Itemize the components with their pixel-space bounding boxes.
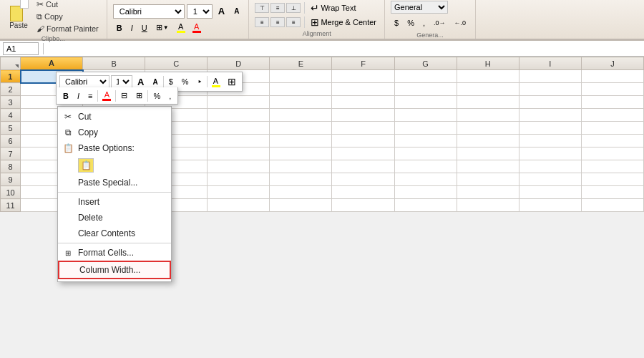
mini-italic-btn[interactable]: I bbox=[74, 90, 83, 102]
grow-font-button[interactable]: A bbox=[215, 4, 228, 19]
cell-8-5[interactable] bbox=[332, 160, 394, 173]
cell-6-7[interactable] bbox=[457, 135, 519, 147]
cell-4-9[interactable] bbox=[581, 109, 643, 122]
cell-2-6[interactable] bbox=[394, 83, 457, 96]
cell-10-7[interactable] bbox=[457, 186, 519, 199]
align-right-button[interactable]: ≡ bbox=[286, 17, 301, 27]
number-format-select[interactable]: General bbox=[391, 1, 448, 14]
cell-10-9[interactable] bbox=[581, 186, 643, 199]
col-header-g[interactable]: G bbox=[394, 57, 457, 70]
cell-8-8[interactable] bbox=[519, 160, 581, 173]
ctx-paste-btn-1[interactable]: 📋 bbox=[78, 158, 94, 173]
row-header-5[interactable]: 5 bbox=[1, 122, 21, 135]
cell-9-3[interactable] bbox=[208, 173, 270, 186]
bold-button[interactable]: B bbox=[113, 21, 126, 35]
formula-input[interactable] bbox=[48, 44, 641, 53]
cell-9-4[interactable] bbox=[270, 173, 332, 186]
col-header-j[interactable]: J bbox=[581, 57, 643, 70]
col-header-d[interactable]: D bbox=[208, 57, 270, 70]
cell-10-6[interactable] bbox=[394, 186, 457, 199]
cell-6-4[interactable] bbox=[270, 135, 332, 147]
col-header-i[interactable]: I bbox=[519, 57, 581, 70]
cell-5-8[interactable] bbox=[519, 122, 581, 135]
corner-select-all[interactable] bbox=[1, 57, 21, 70]
cell-9-8[interactable] bbox=[519, 173, 581, 186]
ctx-cut[interactable]: ✂ Cut bbox=[58, 109, 171, 125]
font-size-select[interactable]: 11 bbox=[187, 4, 213, 19]
row-header-10[interactable]: 10 bbox=[1, 186, 21, 199]
cell-5-3[interactable] bbox=[208, 122, 270, 135]
mini-percent-btn[interactable]: % bbox=[178, 75, 192, 88]
cell-3-3[interactable] bbox=[208, 96, 270, 109]
cell-8-6[interactable] bbox=[394, 160, 457, 173]
format-painter-button[interactable]: 🖌 Format Painter bbox=[34, 24, 101, 34]
cell-9-7[interactable] bbox=[457, 173, 519, 186]
align-center-button[interactable]: ≡ bbox=[270, 17, 285, 27]
font-color-btn[interactable]: A bbox=[190, 21, 204, 34]
cell-11-4[interactable] bbox=[270, 199, 332, 212]
cell-11-3[interactable] bbox=[208, 199, 270, 212]
cell-1-7[interactable] bbox=[457, 70, 519, 83]
cell-4-8[interactable] bbox=[519, 109, 581, 122]
decrease-decimal-btn[interactable]: ←.0 bbox=[451, 16, 470, 30]
col-header-b[interactable]: B bbox=[83, 57, 145, 70]
wrap-text-btn[interactable]: ↵ Wrap Text bbox=[308, 1, 358, 14]
cell-6-3[interactable] bbox=[208, 135, 270, 147]
align-top-button[interactable]: ⊤ bbox=[255, 3, 269, 13]
merge-center-btn[interactable]: ⊞ Merge & Center bbox=[308, 16, 379, 29]
cell-1-4[interactable] bbox=[270, 70, 332, 83]
cell-4-4[interactable] bbox=[270, 109, 332, 122]
cell-1-8[interactable] bbox=[519, 70, 581, 83]
cell-2-9[interactable] bbox=[581, 83, 643, 96]
row-header-2[interactable]: 2 bbox=[1, 83, 21, 96]
cell-8-7[interactable] bbox=[457, 160, 519, 173]
cell-11-5[interactable] bbox=[332, 199, 394, 212]
font-name-select[interactable]: Calibri bbox=[113, 4, 185, 19]
row-header-11[interactable]: 11 bbox=[1, 199, 21, 212]
cell-6-8[interactable] bbox=[519, 135, 581, 147]
italic-button[interactable]: I bbox=[127, 21, 137, 35]
row-header-1[interactable]: 1 bbox=[1, 70, 21, 83]
cell-9-5[interactable] bbox=[332, 173, 394, 186]
row-header-7[interactable]: 7 bbox=[1, 147, 21, 160]
cell-11-8[interactable] bbox=[519, 199, 581, 212]
increase-decimal-btn[interactable]: .0→ bbox=[430, 16, 449, 30]
mini-size-select[interactable]: 11 bbox=[111, 75, 132, 88]
cell-6-9[interactable] bbox=[581, 135, 643, 147]
cell-4-6[interactable] bbox=[394, 109, 457, 122]
cell-7-3[interactable] bbox=[208, 147, 270, 160]
shrink-font-button[interactable]: A bbox=[230, 4, 243, 19]
ctx-copy[interactable]: ⧉ Copy bbox=[58, 125, 171, 140]
cell-10-3[interactable] bbox=[208, 186, 270, 199]
cell-10-5[interactable] bbox=[332, 186, 394, 199]
cell-7-9[interactable] bbox=[581, 147, 643, 160]
fill-color-btn[interactable]: A bbox=[174, 21, 188, 34]
cell-7-4[interactable] bbox=[270, 147, 332, 160]
cell-5-7[interactable] bbox=[457, 122, 519, 135]
cell-11-7[interactable] bbox=[457, 199, 519, 212]
col-header-e[interactable]: E bbox=[270, 57, 332, 70]
ctx-paste-special[interactable]: Paste Special... bbox=[58, 175, 171, 190]
mini-align-btn[interactable]: ≡ bbox=[84, 90, 96, 102]
align-middle-button[interactable]: ≡ bbox=[270, 3, 285, 13]
ctx-insert[interactable]: Insert bbox=[58, 194, 171, 210]
mini-grow-font-btn[interactable]: A bbox=[134, 75, 147, 88]
underline-button[interactable]: U bbox=[138, 21, 151, 35]
mini-borders-btn[interactable]: ⊟ bbox=[117, 90, 131, 102]
cut-button[interactable]: ✂ Cut bbox=[34, 0, 101, 10]
mini-font-select[interactable]: Calibri bbox=[59, 75, 109, 88]
cell-3-6[interactable] bbox=[394, 96, 457, 109]
mini-shrink-font-btn[interactable]: A bbox=[149, 75, 161, 88]
col-header-a[interactable]: A bbox=[21, 57, 83, 70]
cell-8-9[interactable] bbox=[581, 160, 643, 173]
cell-7-6[interactable] bbox=[394, 147, 457, 160]
cell-10-8[interactable] bbox=[519, 186, 581, 199]
cell-7-7[interactable] bbox=[457, 147, 519, 160]
cell-1-6[interactable] bbox=[394, 70, 457, 83]
align-bottom-button[interactable]: ⊥ bbox=[286, 3, 301, 13]
cell-3-7[interactable] bbox=[457, 96, 519, 109]
ctx-paste-icons-row[interactable]: 📋 bbox=[58, 156, 171, 175]
cell-5-5[interactable] bbox=[332, 122, 394, 135]
cell-7-5[interactable] bbox=[332, 147, 394, 160]
cell-8-4[interactable] bbox=[270, 160, 332, 173]
